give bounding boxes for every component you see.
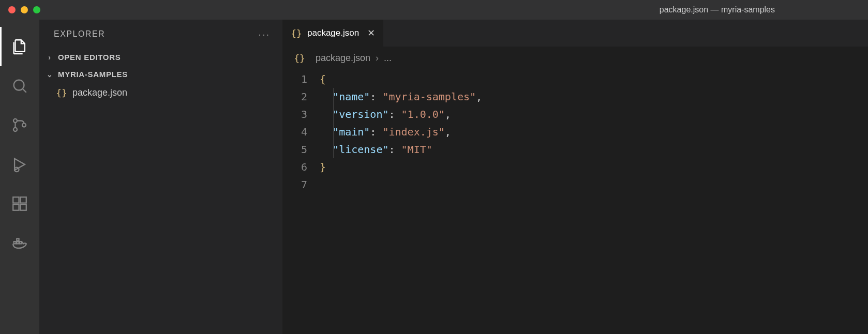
sidebar-header: EXPLORER ··· (39, 20, 282, 49)
svg-point-2 (13, 128, 17, 131)
activity-explorer[interactable] (0, 27, 39, 66)
window-controls (8, 6, 40, 13)
main-area: EXPLORER ··· › OPEN EDITORS ⌄ MYRIA-SAMP… (0, 20, 868, 334)
svg-rect-7 (20, 204, 26, 210)
activity-source-control[interactable] (0, 105, 39, 145)
extensions-icon (11, 195, 28, 212)
line-number: 6 (282, 158, 307, 176)
chevron-right-icon: › (376, 53, 379, 64)
tab-label: package.json (307, 28, 359, 38)
code-line[interactable]: "license": "MIT" (320, 141, 868, 158)
tab-package-json[interactable]: {} package.json ✕ (282, 20, 383, 47)
file-item-package-json[interactable]: {} package.json (39, 84, 282, 101)
svg-point-3 (22, 123, 26, 127)
docker-icon (11, 234, 28, 252)
svg-rect-10 (17, 241, 19, 244)
section-open-editors-label: OPEN EDITORS (58, 53, 121, 62)
file-tree: {} package.json (39, 83, 282, 102)
svg-rect-5 (13, 197, 19, 203)
braces-icon: {} (291, 27, 302, 39)
line-number: 7 (282, 176, 307, 193)
file-name: package.json (72, 87, 127, 98)
activity-run-debug[interactable] (0, 145, 39, 184)
line-number: 3 (282, 105, 307, 123)
code-line[interactable]: "version": "1.0.0", (320, 105, 868, 123)
activity-docker[interactable] (0, 223, 39, 263)
section-workspace[interactable]: ⌄ MYRIA-SAMPLES (39, 66, 282, 83)
svg-rect-12 (17, 239, 19, 241)
search-icon (11, 77, 28, 95)
svg-rect-9 (14, 241, 16, 244)
line-number-gutter: 1234567 (282, 70, 320, 334)
activity-bar (0, 20, 39, 334)
svg-point-0 (14, 80, 24, 90)
window-title: package.json — myria-samples (0, 5, 868, 14)
breadcrumb-file: package.json (316, 53, 370, 64)
code-content[interactable]: { "name": "myria-samples", "version": "1… (320, 70, 868, 334)
braces-icon: {} (294, 52, 305, 64)
sidebar-more-actions[interactable]: ··· (258, 28, 270, 40)
svg-rect-8 (20, 197, 26, 203)
code-line[interactable]: "main": "index.js", (320, 123, 868, 141)
section-workspace-label: MYRIA-SAMPLES (58, 70, 128, 79)
braces-icon: {} (56, 87, 67, 98)
editor-area: {} package.json ✕ {} package.json › ... … (282, 20, 868, 334)
section-open-editors[interactable]: › OPEN EDITORS (39, 49, 282, 66)
activity-extensions[interactable] (0, 184, 39, 223)
line-number: 4 (282, 123, 307, 141)
chevron-right-icon: › (46, 53, 54, 62)
close-window-button[interactable] (8, 6, 16, 13)
chevron-down-icon: ⌄ (46, 70, 54, 79)
maximize-window-button[interactable] (33, 6, 40, 13)
code-line[interactable]: "name": "myria-samples", (320, 88, 868, 105)
minimize-window-button[interactable] (21, 6, 28, 13)
code-editor[interactable]: 1234567 { "name": "myria-samples", "vers… (282, 69, 868, 334)
line-number: 2 (282, 88, 307, 105)
run-debug-icon (11, 156, 28, 173)
line-number: 5 (282, 141, 307, 158)
code-line[interactable]: } (320, 158, 868, 176)
sidebar: EXPLORER ··· › OPEN EDITORS ⌄ MYRIA-SAMP… (39, 20, 282, 334)
breadcrumb-tail: ... (384, 53, 392, 64)
editor-tabs: {} package.json ✕ (282, 20, 868, 47)
code-line[interactable]: { (320, 70, 868, 88)
line-number: 1 (282, 70, 307, 88)
sidebar-title: EXPLORER (54, 29, 105, 39)
close-tab-button[interactable]: ✕ (367, 27, 375, 39)
svg-rect-6 (13, 204, 19, 210)
source-control-icon (11, 116, 28, 134)
files-icon (11, 38, 28, 55)
svg-point-1 (13, 119, 17, 123)
activity-search[interactable] (0, 66, 39, 105)
breadcrumbs[interactable]: {} package.json › ... (282, 47, 868, 69)
titlebar: package.json — myria-samples (0, 0, 868, 20)
